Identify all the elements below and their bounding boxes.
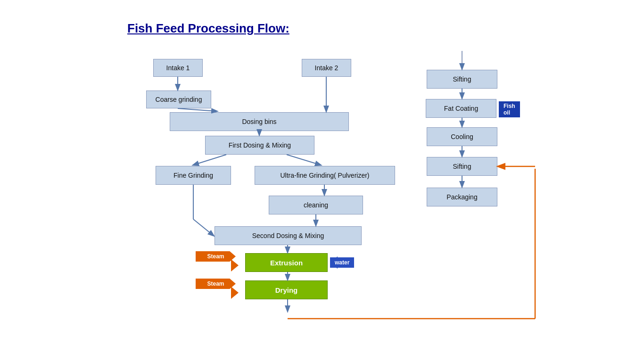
sifting2-box: Sifting [427, 157, 497, 176]
drying-box: Drying [245, 280, 328, 299]
cooling-box: Cooling [427, 127, 497, 146]
extrusion-box: Extrusion [245, 253, 328, 272]
intake1-box: Intake 1 [153, 59, 203, 77]
svg-line-5 [287, 155, 321, 165]
fish-oil-badge: Fish oil [499, 105, 505, 114]
cleaning-box: cleaning [269, 196, 363, 214]
sifting1-box: Sifting [427, 70, 497, 89]
water-badge: water [330, 256, 338, 269]
svg-line-9 [193, 219, 214, 236]
coarse-box: Coarse grinding [146, 90, 211, 108]
intake2-box: Intake 2 [302, 59, 351, 77]
page-title: Fish Feed Processing Flow: [127, 21, 289, 36]
fat-coating-box: Fat Coating [426, 99, 496, 118]
first-dosing-box: First Dosing & Mixing [205, 136, 314, 155]
steam2-arrow [231, 287, 239, 299]
dosing-bins-box: Dosing bins [170, 112, 349, 131]
svg-line-4 [193, 155, 226, 165]
steam1-arrow [231, 259, 239, 272]
packaging-box: Packaging [427, 188, 497, 206]
ultra-fine-box: Ultra-fine Grinding( Pulverizer) [255, 166, 395, 185]
fine-grinding-box: Fine Grinding [156, 166, 231, 185]
svg-line-1 [178, 108, 217, 111]
second-dosing-box: Second Dosing & Mixing [215, 226, 362, 245]
